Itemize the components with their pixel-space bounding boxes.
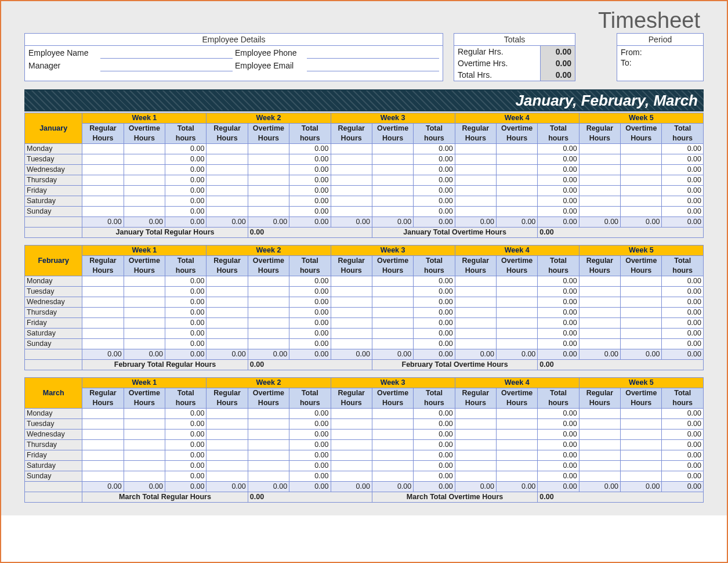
overtime-hours-cell[interactable] [248,329,289,339]
overtime-hours-cell[interactable] [496,144,537,154]
overtime-hours-cell[interactable] [372,318,413,329]
regular-hours-cell[interactable] [331,144,372,154]
manager-input[interactable] [100,61,233,71]
regular-hours-cell[interactable] [207,318,248,329]
regular-hours-cell[interactable] [455,318,496,329]
regular-hours-cell[interactable] [455,461,496,471]
overtime-hours-cell[interactable] [621,144,662,154]
regular-hours-cell[interactable] [207,276,248,287]
regular-hours-cell[interactable] [82,196,124,207]
overtime-hours-cell[interactable] [621,287,662,297]
regular-hours-cell[interactable] [331,339,372,349]
overtime-hours-cell[interactable] [621,207,662,217]
overtime-hours-cell[interactable] [372,287,413,297]
overtime-hours-cell[interactable] [124,144,165,154]
regular-hours-cell[interactable] [82,165,124,175]
regular-hours-cell[interactable] [579,471,620,482]
regular-hours-cell[interactable] [207,207,248,217]
overtime-hours-cell[interactable] [124,207,165,217]
regular-hours-cell[interactable] [579,430,620,440]
overtime-hours-cell[interactable] [372,207,413,217]
regular-hours-cell[interactable] [82,339,124,349]
overtime-hours-cell[interactable] [124,430,165,440]
regular-hours-cell[interactable] [207,419,248,430]
overtime-hours-cell[interactable] [621,450,662,461]
overtime-hours-cell[interactable] [248,461,289,471]
regular-hours-cell[interactable] [331,329,372,339]
regular-hours-cell[interactable] [82,186,124,196]
regular-hours-cell[interactable] [82,144,124,154]
overtime-hours-cell[interactable] [621,186,662,196]
regular-hours-cell[interactable] [579,144,620,154]
regular-hours-cell[interactable] [82,287,124,297]
regular-hours-cell[interactable] [331,297,372,308]
regular-hours-cell[interactable] [82,461,124,471]
employee-name-input[interactable] [100,48,233,59]
regular-hours-cell[interactable] [455,186,496,196]
overtime-hours-cell[interactable] [496,409,537,419]
overtime-hours-cell[interactable] [124,287,165,297]
overtime-hours-cell[interactable] [248,430,289,440]
overtime-hours-cell[interactable] [621,165,662,175]
overtime-hours-cell[interactable] [248,196,289,207]
regular-hours-cell[interactable] [82,154,124,165]
overtime-hours-cell[interactable] [124,175,165,186]
regular-hours-cell[interactable] [82,440,124,450]
regular-hours-cell[interactable] [331,419,372,430]
overtime-hours-cell[interactable] [496,165,537,175]
overtime-hours-cell[interactable] [496,419,537,430]
regular-hours-cell[interactable] [331,440,372,450]
overtime-hours-cell[interactable] [372,165,413,175]
regular-hours-cell[interactable] [207,471,248,482]
regular-hours-cell[interactable] [579,409,620,419]
regular-hours-cell[interactable] [455,440,496,450]
overtime-hours-cell[interactable] [124,297,165,308]
regular-hours-cell[interactable] [579,297,620,308]
overtime-hours-cell[interactable] [496,308,537,318]
regular-hours-cell[interactable] [579,196,620,207]
regular-hours-cell[interactable] [331,287,372,297]
overtime-hours-cell[interactable] [496,196,537,207]
overtime-hours-cell[interactable] [248,154,289,165]
regular-hours-cell[interactable] [331,461,372,471]
regular-hours-cell[interactable] [579,461,620,471]
regular-hours-cell[interactable] [579,440,620,450]
overtime-hours-cell[interactable] [621,430,662,440]
regular-hours-cell[interactable] [82,409,124,419]
regular-hours-cell[interactable] [331,409,372,419]
regular-hours-cell[interactable] [82,450,124,461]
overtime-hours-cell[interactable] [372,297,413,308]
regular-hours-cell[interactable] [331,308,372,318]
regular-hours-cell[interactable] [207,287,248,297]
overtime-hours-cell[interactable] [124,419,165,430]
regular-hours-cell[interactable] [455,450,496,461]
regular-hours-cell[interactable] [82,276,124,287]
regular-hours-cell[interactable] [207,339,248,349]
regular-hours-cell[interactable] [455,329,496,339]
overtime-hours-cell[interactable] [372,276,413,287]
regular-hours-cell[interactable] [82,297,124,308]
regular-hours-cell[interactable] [579,154,620,165]
overtime-hours-cell[interactable] [496,450,537,461]
regular-hours-cell[interactable] [331,318,372,329]
regular-hours-cell[interactable] [579,276,620,287]
overtime-hours-cell[interactable] [496,297,537,308]
regular-hours-cell[interactable] [331,186,372,196]
regular-hours-cell[interactable] [207,430,248,440]
overtime-hours-cell[interactable] [621,308,662,318]
overtime-hours-cell[interactable] [621,329,662,339]
overtime-hours-cell[interactable] [621,318,662,329]
overtime-hours-cell[interactable] [496,175,537,186]
overtime-hours-cell[interactable] [621,461,662,471]
regular-hours-cell[interactable] [331,175,372,186]
overtime-hours-cell[interactable] [496,430,537,440]
overtime-hours-cell[interactable] [621,339,662,349]
employee-email-input[interactable] [307,61,439,71]
overtime-hours-cell[interactable] [248,287,289,297]
overtime-hours-cell[interactable] [496,318,537,329]
overtime-hours-cell[interactable] [621,409,662,419]
overtime-hours-cell[interactable] [124,461,165,471]
regular-hours-cell[interactable] [455,154,496,165]
regular-hours-cell[interactable] [82,329,124,339]
overtime-hours-cell[interactable] [124,186,165,196]
